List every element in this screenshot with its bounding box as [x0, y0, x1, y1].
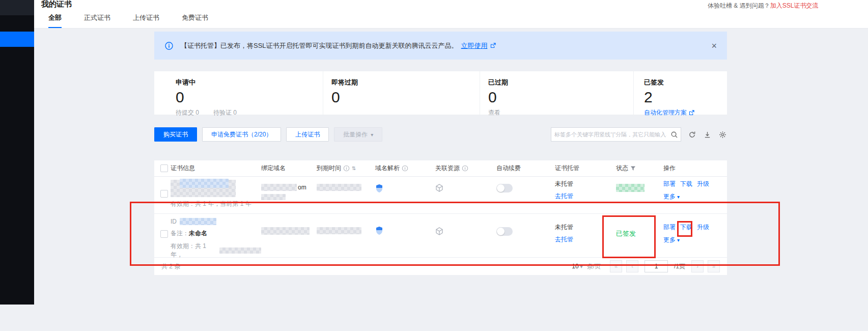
- banner-message: 【证书托管】已发布，将SSL证书开启托管即可实现证书到期前自动更新关联的腾讯云云…: [181, 41, 458, 50]
- col-label: 自动续费: [496, 164, 521, 173]
- automation-plan-label: 自动化管理方案: [644, 108, 687, 117]
- actions-cell: 部署 下载 升级 更多 ▾: [663, 177, 727, 201]
- actions-cell: 部署 下载 升级 更多 ▾: [663, 214, 727, 244]
- use-now-link[interactable]: 立即使用: [461, 41, 488, 50]
- refresh-icon[interactable]: [687, 130, 696, 139]
- prev-page-button[interactable]: ‹: [626, 260, 638, 272]
- info-icon[interactable]: [343, 165, 350, 172]
- hosting-action-link[interactable]: 去托管: [555, 192, 616, 201]
- download-icon[interactable]: [703, 130, 712, 139]
- col-label: 操作: [663, 164, 676, 173]
- caret-down-icon: ▾: [677, 237, 680, 243]
- search-icon[interactable]: [669, 130, 679, 139]
- domain-cell: [261, 214, 317, 235]
- tab-all[interactable]: 全部: [48, 13, 62, 28]
- page-header: 我的证书 全部 正式证书 上传证书 免费证书 体验吐槽 & 遇到问题？加入SSL…: [34, 0, 868, 29]
- join-ssl-group-link[interactable]: 加入SSL证书交流: [770, 2, 819, 9]
- filter-icon[interactable]: [630, 166, 636, 171]
- total-count: 共 2 条: [161, 262, 180, 271]
- row-checkbox[interactable]: [160, 190, 168, 198]
- col-auto-renew: 自动续费: [496, 164, 555, 173]
- stat-title: 即将过期: [331, 78, 480, 87]
- sidebar-top-section: [0, 0, 34, 15]
- redacted-validity: [219, 247, 261, 254]
- validity-prefix: 有效期：共 1 年，: [171, 242, 219, 259]
- info-icon[interactable]: [402, 165, 408, 172]
- deploy-link[interactable]: 部署: [663, 180, 676, 188]
- upgrade-link[interactable]: 升级: [697, 223, 709, 232]
- expire-time-cell: [317, 177, 375, 191]
- validity-text: 有效期：共 1 年，当前第 1 年: [171, 200, 261, 208]
- resource-cube-icon[interactable]: [435, 184, 443, 192]
- download-link[interactable]: 下载: [680, 180, 692, 188]
- page-size-select[interactable]: 10 ▾: [572, 263, 582, 270]
- resource-cube-icon[interactable]: [435, 227, 443, 235]
- page-size-unit: 条/页: [587, 262, 601, 271]
- automation-plan-link[interactable]: 自动化管理方案: [644, 108, 727, 117]
- tab-free-certs[interactable]: 免费证书: [182, 13, 208, 28]
- dns-shield-icon[interactable]: [375, 184, 383, 193]
- col-hosting: 证书托管: [555, 164, 616, 173]
- hosting-status: 未托管: [555, 180, 616, 188]
- auto-renew-cell: [496, 214, 555, 236]
- dns-shield-icon[interactable]: [375, 226, 383, 235]
- col-label: 绑定域名: [261, 164, 286, 173]
- search-box: [551, 127, 681, 142]
- upload-cert-button[interactable]: 上传证书: [286, 127, 329, 142]
- more-link[interactable]: 更多 ▾: [663, 192, 680, 201]
- col-label: 到期时间: [317, 164, 341, 173]
- gear-icon[interactable]: [718, 130, 727, 139]
- upgrade-link[interactable]: 升级: [697, 180, 709, 188]
- table-row: ID 备注： 未命名 有效期：共 1 年，: [154, 214, 727, 257]
- tab-uploaded-certs[interactable]: 上传证书: [133, 13, 159, 28]
- auto-renew-toggle[interactable]: [496, 184, 513, 192]
- external-link-icon: [689, 110, 694, 116]
- next-page-button[interactable]: ›: [691, 260, 704, 272]
- col-label: 状态: [616, 164, 628, 173]
- stat-title: 已签发: [644, 78, 727, 87]
- close-icon[interactable]: ×: [711, 41, 717, 50]
- hosting-cell: 未托管 去托管: [555, 177, 616, 201]
- col-label: 关联资源: [435, 164, 460, 173]
- page-number-input[interactable]: [645, 260, 668, 272]
- remark-value: 未命名: [189, 229, 207, 238]
- batch-actions-button[interactable]: 批量操作 ▾: [334, 127, 382, 142]
- more-label: 更多: [663, 192, 676, 201]
- sidebar-active-item[interactable]: [0, 32, 34, 47]
- expire-time-cell: [317, 214, 375, 234]
- external-link-icon: [489, 41, 498, 50]
- feedback-area: 体验吐槽 & 遇到问题？加入SSL证书交流: [708, 2, 818, 10]
- more-link[interactable]: 更多 ▾: [663, 236, 680, 244]
- apply-free-cert-button[interactable]: 申请免费证书（2/20）: [202, 127, 281, 142]
- domain-cell: om: [261, 177, 317, 200]
- status-cell: [616, 177, 663, 192]
- redacted-domain: [261, 227, 310, 235]
- row-checkbox[interactable]: [160, 230, 168, 238]
- view-expired-link[interactable]: 查看: [488, 108, 633, 117]
- tab-paid-certs[interactable]: 正式证书: [84, 13, 110, 28]
- select-all-checkbox[interactable]: [160, 164, 168, 172]
- hosting-info-banner: 【证书托管】已发布，将SSL证书开启托管即可实现证书到期前自动更新关联的腾讯云云…: [154, 32, 727, 60]
- col-actions: 操作: [663, 164, 727, 173]
- last-page-button[interactable]: »: [708, 260, 720, 272]
- auto-renew-toggle[interactable]: [496, 227, 513, 236]
- download-link[interactable]: 下载: [680, 223, 692, 232]
- search-input[interactable]: [551, 131, 669, 137]
- col-label: 证书托管: [555, 164, 579, 173]
- deploy-link[interactable]: 部署: [663, 223, 676, 232]
- redacted-domain: [261, 184, 297, 191]
- sort-icon[interactable]: ⇅: [352, 166, 356, 171]
- redacted-expire-date: [317, 227, 361, 234]
- table-row: 有效期：共 1 年，当前第 1 年 om 未托管 去托管: [154, 177, 727, 214]
- stat-value: 0: [488, 89, 633, 105]
- more-label: 更多: [663, 236, 676, 244]
- domain-suffix: om: [298, 184, 306, 191]
- hosting-action-link[interactable]: 去托管: [555, 235, 616, 244]
- certificate-table: 证书信息 绑定域名 到期时间 ⇅ 域名解析 关联资源 自动续费 证书托管 状态 …: [154, 160, 727, 275]
- info-icon[interactable]: [462, 165, 468, 172]
- hosting-cell: 未托管 去托管: [555, 214, 616, 244]
- col-status: 状态: [616, 164, 663, 173]
- first-page-button[interactable]: «: [610, 260, 622, 272]
- status-cell: 已签发: [616, 214, 663, 238]
- buy-cert-button[interactable]: 购买证书: [154, 127, 197, 142]
